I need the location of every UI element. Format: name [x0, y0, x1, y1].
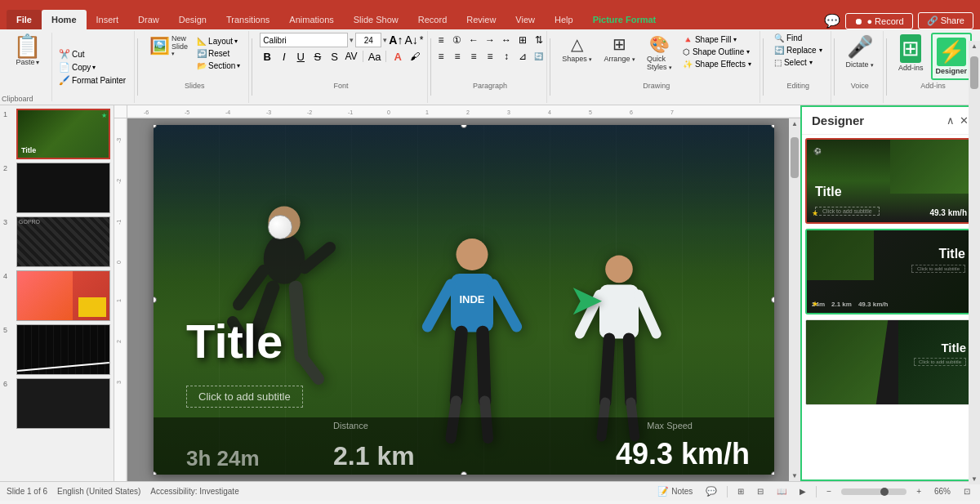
tab-picture-format[interactable]: Picture Format [583, 10, 666, 29]
reading-view-button[interactable]: 📖 [773, 485, 790, 497]
columns-button[interactable]: ⊞ [515, 33, 530, 47]
clear-formatting-button[interactable]: * [420, 33, 424, 47]
designer-scrollbar[interactable]: ▲ ▼ [969, 41, 980, 484]
quick-styles-button[interactable]: 🎨 QuickStyles ▾ [643, 33, 676, 73]
svg-text:-1: -1 [116, 220, 122, 225]
section-button[interactable]: 📂 Section ▾ [194, 60, 243, 71]
bold-button[interactable]: B [260, 49, 274, 64]
chat-icon[interactable]: 💬 [824, 13, 840, 29]
design-card-1[interactable]: ⚽ Title Click to add subtitle 49.3 km/h … [805, 138, 975, 224]
zoom-in-button[interactable]: + [913, 485, 924, 497]
accessibility-status[interactable]: Accessibility: Investigate [150, 487, 238, 496]
font-case-button[interactable]: Aa [368, 49, 382, 64]
designer-ribbon-button[interactable]: ⚡ Designer [931, 33, 973, 80]
tab-home[interactable]: Home [42, 10, 87, 29]
strikethrough-button[interactable]: S [310, 49, 325, 64]
zoom-percent[interactable]: 66% [931, 485, 954, 497]
designer-collapse-button[interactable]: ∧ [947, 114, 955, 127]
svg-text:1: 1 [425, 109, 429, 115]
slide-thumb-3[interactable]: 3 GOPRO [3, 216, 110, 267]
arrange-button[interactable]: ⊞ Arrange ▾ [599, 33, 639, 65]
slide-thumb-1[interactable]: 1 Title ★ [3, 109, 110, 159]
slideshow-button[interactable]: ▶ [796, 485, 809, 497]
dictate-button[interactable]: 🎤 Dictate ▾ [842, 33, 879, 70]
replace-button[interactable]: 🔄 Replace ▾ [771, 45, 826, 56]
decrease-font-button[interactable]: A↓ [404, 33, 417, 47]
svg-line-46 [629, 339, 630, 403]
highlight-color-button[interactable]: 🖌 [408, 49, 422, 64]
language-status[interactable]: English (United States) [57, 487, 140, 496]
fit-slide-button[interactable]: ⊡ [960, 485, 973, 497]
font-name-input[interactable] [260, 33, 348, 47]
tab-slideshow[interactable]: Slide Show [344, 10, 408, 29]
tab-help[interactable]: Help [545, 10, 583, 29]
slide-panel: 1 Title ★ 2 3 GOPRO 4 [0, 105, 114, 481]
share-button[interactable]: 🔗 Share [918, 12, 973, 29]
justify-button[interactable]: ≡ [483, 49, 497, 64]
tab-design[interactable]: Design [169, 10, 216, 29]
design-card-2[interactable]: Title Click to add subtitle 24m 2.1 km 4… [805, 229, 975, 314]
shape-fill-button[interactable]: 🔺 Shape Fill ▾ [679, 34, 755, 45]
slide-subtitle[interactable]: Click to add subtitle [186, 386, 303, 408]
slide-thumb-4[interactable]: 4 [3, 270, 110, 321]
tab-draw[interactable]: Draw [128, 10, 169, 29]
vertical-scrollbar[interactable]: ▲ ▼ [789, 118, 800, 481]
normal-view-button[interactable]: ⊞ [734, 485, 747, 497]
zoom-out-button[interactable]: − [823, 485, 835, 497]
paste-button[interactable]: 📋 Paste ▾ [8, 33, 47, 69]
slide-sorter-button[interactable]: ⊟ [754, 485, 767, 497]
tab-view[interactable]: View [506, 10, 545, 29]
tab-record[interactable]: Record [408, 10, 457, 29]
font-size-input[interactable] [355, 33, 381, 47]
increase-font-button[interactable]: A↑ [389, 33, 403, 47]
slide-thumb-2[interactable]: 2 [3, 163, 110, 213]
slide-count: Slide 1 of 6 [7, 487, 47, 496]
add-ins-button[interactable]: ⊞ Add-ins [894, 33, 928, 74]
svg-text:-1: -1 [348, 109, 353, 115]
slide-canvas: INDE [154, 125, 774, 475]
notes-button[interactable]: 📝 Notes [654, 484, 696, 498]
decrease-indent-button[interactable]: ← [466, 33, 481, 47]
design-card-3[interactable]: Title Click to add subtitle [805, 319, 975, 405]
reset-button[interactable]: ↩️ Reset [194, 48, 243, 59]
tab-insert[interactable]: Insert [87, 10, 129, 29]
layout-button[interactable]: 📐 Layout ▾ [194, 36, 243, 47]
copy-button[interactable]: 📄 Copy ▾ [56, 61, 129, 74]
new-slide-button[interactable]: 🖼️ NewSlide ▾ [145, 33, 192, 59]
find-button[interactable]: 🔍 Find [771, 33, 826, 43]
shadow-button[interactable]: S [327, 49, 342, 64]
tab-review[interactable]: Review [457, 10, 506, 29]
tab-animations[interactable]: Animations [279, 10, 343, 29]
text-direction-button[interactable]: ⇅ [532, 33, 546, 47]
rtl-button[interactable]: ↔ [499, 33, 514, 47]
shape-effects-button[interactable]: ✨ Shape Effects ▾ [679, 59, 755, 69]
designer-close-button[interactable]: ✕ [960, 114, 969, 127]
status-bar: Slide 1 of 6 English (United States) Acc… [0, 481, 980, 501]
tab-transitions[interactable]: Transitions [216, 10, 279, 29]
align-center-button[interactable]: ≡ [450, 49, 465, 64]
shape-outline-button[interactable]: ⬡ Shape Outline ▾ [679, 47, 755, 57]
slide-thumb-5[interactable]: 5 [3, 324, 110, 375]
increase-indent-button[interactable]: → [483, 33, 497, 47]
underline-button[interactable]: U [294, 49, 309, 64]
zoom-slider[interactable] [841, 488, 906, 495]
shapes-button[interactable]: △ Shapes ▾ [558, 33, 596, 65]
record-button[interactable]: ⏺ ● Record [845, 13, 912, 29]
slide-thumb-6[interactable]: 6 [3, 378, 110, 429]
font-color-button[interactable]: A [390, 49, 405, 64]
cut-button[interactable]: ✂️ Cut [56, 48, 129, 60]
charspacing-button[interactable]: AV [344, 49, 359, 64]
align-left-button[interactable]: ≡ [434, 49, 448, 64]
select-button[interactable]: ⬚ Select ▾ [771, 57, 826, 68]
smart-art-button[interactable]: ⊿ [515, 49, 530, 64]
designer-panel: Designer ∧ ✕ ⚽ Title Click to add subtit… [800, 105, 980, 481]
italic-button[interactable]: I [277, 49, 292, 64]
numbering-button[interactable]: ① [450, 33, 465, 47]
tab-file[interactable]: File [7, 10, 42, 29]
align-right-button[interactable]: ≡ [466, 49, 481, 64]
convert-button[interactable]: 🔄 [532, 49, 546, 64]
bullets-button[interactable]: ≡ [434, 33, 448, 47]
format-painter-button[interactable]: 🖌️ Format Painter [56, 74, 129, 87]
line-spacing-button[interactable]: ↕ [499, 49, 514, 64]
comments-button[interactable]: 💬 [702, 484, 720, 498]
